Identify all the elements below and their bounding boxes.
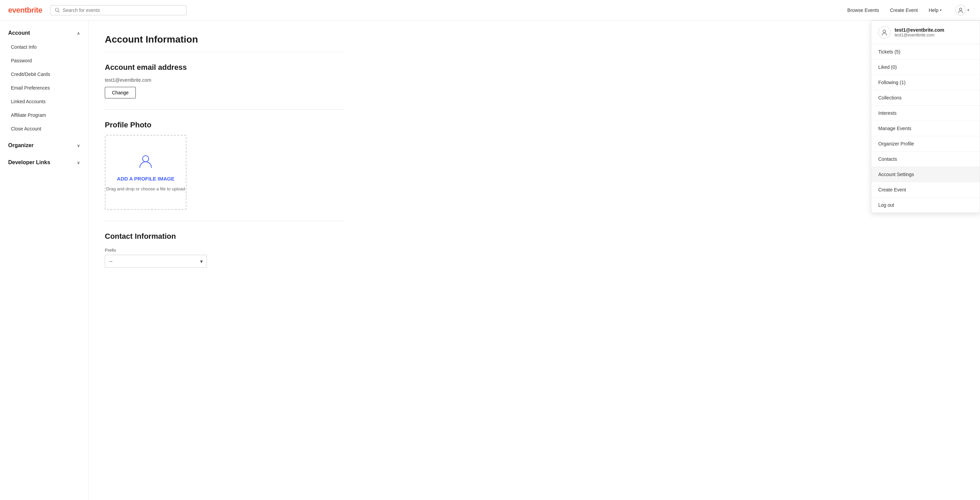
dropdown-item-tickets[interactable]: Tickets (5) [872, 44, 980, 60]
chevron-down-icon: ▾ [967, 8, 969, 12]
sidebar-account-header[interactable]: Account [0, 26, 88, 40]
page-title: Account Information [105, 34, 344, 52]
dropdown-user-info: test1@eventbrite.com test1@eventbrite.co… [894, 27, 944, 37]
chevron-down-icon [77, 142, 80, 149]
site-header: eventbrite Browse Events Create Event He… [0, 0, 980, 21]
svg-point-3 [143, 156, 149, 162]
change-email-button[interactable]: Change [105, 87, 136, 98]
create-event-link[interactable]: Create Event [890, 8, 918, 13]
photo-upload-area[interactable]: ADD A PROFILE IMAGE Drag and drop or cho… [105, 135, 186, 210]
help-link[interactable]: Help ▾ [929, 8, 942, 13]
sidebar-item-linked-accounts[interactable]: Linked Accounts [0, 95, 88, 108]
profile-photo-section: Profile Photo ADD A PROFILE IMAGE Drag a… [105, 121, 344, 210]
chevron-down-icon [77, 160, 80, 166]
dropdown-item-interests[interactable]: Interests [872, 105, 980, 121]
sidebar-developer-header[interactable]: Developer Links [0, 155, 88, 169]
browse-events-link[interactable]: Browse Events [847, 8, 879, 13]
upload-label: ADD A PROFILE IMAGE [117, 176, 175, 182]
sidebar-item-password[interactable]: Password [0, 54, 88, 67]
sidebar-item-email-preferences[interactable]: Email Preferences [0, 81, 88, 95]
dropdown-user-email: test1@eventbrite.com [894, 33, 944, 37]
dropdown-item-liked[interactable]: Liked (0) [872, 60, 980, 75]
sidebar-item-credit-debit-cards[interactable]: Credit/Debit Cards [0, 67, 88, 81]
email-address-text: test1@eventbrite.com [105, 77, 344, 83]
page-layout: Account Contact Info Password Credit/Deb… [0, 21, 980, 500]
search-bar[interactable] [50, 5, 186, 15]
email-section-title: Account email address [105, 63, 344, 72]
section-divider [105, 109, 344, 110]
sidebar-developer-section: Developer Links [0, 155, 88, 169]
sidebar-item-close-account[interactable]: Close Account [0, 122, 88, 136]
email-section: Account email address test1@eventbrite.c… [105, 63, 344, 98]
sidebar-item-affiliate-program[interactable]: Affiliate Program [0, 108, 88, 122]
sidebar: Account Contact Info Password Credit/Deb… [0, 21, 89, 500]
chevron-up-icon [77, 30, 80, 36]
header-nav: Browse Events Create Event Help ▾ ▾ [847, 3, 972, 17]
user-dropdown: test1@eventbrite.com test1@eventbrite.co… [871, 21, 980, 213]
user-menu-button[interactable]: ▾ [953, 3, 972, 17]
dropdown-item-following[interactable]: Following (1) [872, 75, 980, 90]
dropdown-avatar-icon [878, 26, 891, 38]
sidebar-organizer-header[interactable]: Organizer [0, 138, 88, 153]
upload-hint: Drag and drop or choose a file to upload [106, 186, 185, 192]
dropdown-item-account-settings[interactable]: Account Settings [872, 167, 980, 182]
chevron-down-icon: ▾ [940, 8, 942, 12]
dropdown-item-contacts[interactable]: Contacts [872, 152, 980, 167]
dropdown-items-container: Tickets (5)Liked (0)Following (1)Collect… [872, 44, 980, 212]
dropdown-user-header: test1@eventbrite.com test1@eventbrite.co… [872, 21, 980, 44]
dropdown-item-manage-events[interactable]: Manage Events [872, 121, 980, 136]
main-content: Account Information Account email addres… [89, 21, 361, 500]
sidebar-organizer-section: Organizer [0, 138, 88, 153]
svg-point-2 [959, 8, 962, 10]
contact-info-title: Contact Information [105, 232, 344, 241]
sidebar-item-contact-info[interactable]: Contact Info [0, 40, 88, 54]
svg-line-1 [58, 11, 59, 12]
dropdown-item-logout[interactable]: Log out [872, 198, 980, 212]
eventbrite-logo[interactable]: eventbrite [8, 6, 42, 14]
search-icon [55, 8, 60, 13]
sidebar-account-section: Account Contact Info Password Credit/Deb… [0, 26, 88, 136]
dropdown-item-create-event[interactable]: Create Event [872, 182, 980, 198]
prefix-field-group: Prefix -- Mr Ms Mrs Dr [105, 248, 344, 268]
svg-point-4 [883, 30, 886, 33]
search-input[interactable] [63, 8, 182, 13]
prefix-select[interactable]: -- Mr Ms Mrs Dr [105, 255, 207, 268]
user-avatar-icon [955, 5, 966, 16]
dropdown-item-collections[interactable]: Collections [872, 90, 980, 105]
contact-information-section: Contact Information Prefix -- Mr Ms Mrs … [105, 232, 344, 268]
prefix-select-wrapper[interactable]: -- Mr Ms Mrs Dr [105, 255, 207, 268]
prefix-label: Prefix [105, 248, 344, 253]
dropdown-user-name: test1@eventbrite.com [894, 27, 944, 33]
profile-icon [138, 153, 153, 171]
dropdown-item-organizer-profile[interactable]: Organizer Profile [872, 136, 980, 152]
profile-photo-title: Profile Photo [105, 121, 344, 129]
